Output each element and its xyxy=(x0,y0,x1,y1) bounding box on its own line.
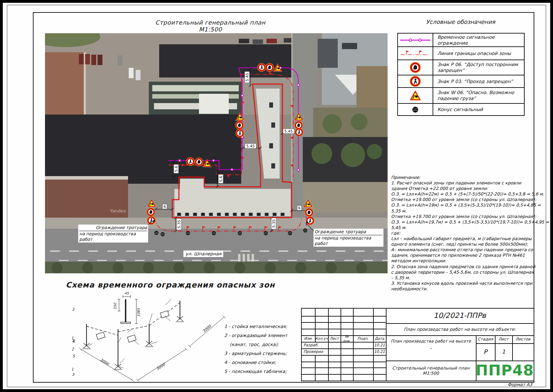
note-line: где: xyxy=(391,230,527,236)
note-line: О.З. = Lэл+А(h=22м) = 0,5 + (5+(7-5)/50*… xyxy=(391,191,527,197)
svg-text:5.35: 5.35 xyxy=(272,219,276,228)
fence-schema: Схема временного ограждения опасных зон … xyxy=(62,278,318,385)
svg-text:1065: 1065 xyxy=(137,308,140,317)
legend-row-label: Знак Р 06. “Доступ посторонним запрещен” xyxy=(433,60,524,75)
format-label: Формат А3 xyxy=(480,382,532,387)
schema-legend-line: (канат, трос, доска); xyxy=(224,340,311,349)
schema-legend-line: 4 - основание стойки; xyxy=(224,358,311,367)
schema-legend-line: 5 - поясняющая табличка; xyxy=(224,367,311,376)
title-block-cell: Стадия xyxy=(476,335,495,343)
title-block-cell: Р xyxy=(476,343,495,361)
fence-schema-title: Схема временного ограждения опасных зон xyxy=(66,281,275,289)
note-line: Lэл – наибольший габарит предмета, м (га… xyxy=(391,236,527,241)
legend-row: Знак Р 06. “Доступ посторонним запрещен” xyxy=(398,60,524,75)
svg-text:5: 5 xyxy=(73,354,75,358)
svg-text:2: 2 xyxy=(72,347,74,352)
title-block-cell: Изм. xyxy=(302,335,315,342)
title-block-cell: № док. xyxy=(341,335,353,342)
note-line: 3. Установка конусов вдоль проезжей част… xyxy=(391,281,527,286)
note-line: здания Отметка +22.000 от уровня земли: xyxy=(391,186,527,191)
title-block-cell: 10/2021-ППРв xyxy=(386,309,534,323)
note-line: А– минимальное расстояние отлета при пад… xyxy=(391,247,527,253)
legend-row-label: Временное сигнальное ограждение xyxy=(433,34,524,46)
note-line: здания, принимается по приложению 2 прик… xyxy=(391,253,527,258)
note-line: 1. Расчет опасной зоны при падении элеме… xyxy=(391,180,527,186)
title-block-cell: Кол.уч xyxy=(315,335,328,342)
svg-text:6: 6 xyxy=(298,206,301,210)
title-block-cell: 10.21 xyxy=(373,348,386,355)
legend-row: Знак Р 03. “Проход запрещен” xyxy=(398,75,524,88)
title-block: Изм.Кол.учЛист№ док.Подп.ДатаРазраб..10.… xyxy=(301,308,534,381)
note-line: О.З. = Lэл+А(h=19,7м) = 0,5 + (3,5+(5-3,… xyxy=(391,219,527,225)
magenta-fence-line-icon xyxy=(398,34,433,46)
schema-legend-line: 1 - стойка металлическая; xyxy=(224,322,311,331)
schema-legend-line: 3 - арматурный стержень; xyxy=(224,349,311,358)
svg-text:5.6: 5.6 xyxy=(219,176,223,182)
callout-line1: Ограждение тротуара xyxy=(315,229,382,235)
legend-row: Конус сигнальный xyxy=(398,104,524,115)
signal-cone-icon xyxy=(398,104,433,115)
sidewalk-fence-callout-left: Ограждение тротуара на период производст… xyxy=(78,225,148,243)
svg-text:5.45: 5.45 xyxy=(246,144,255,148)
callout-line2: на период производства работ xyxy=(315,235,382,246)
svg-text:5.45: 5.45 xyxy=(245,73,250,82)
note-line: методом интерполяции. xyxy=(391,258,527,264)
svg-text:3: 3 xyxy=(72,307,75,312)
legend-table: Временное сигнальное ограждениеЛиния гра… xyxy=(397,33,525,116)
sign-w06-icon xyxy=(398,88,433,103)
title-block-cell: 10.21 xyxy=(373,342,386,348)
title-block-cell: Подп. xyxy=(353,335,373,342)
note-line: с дворовой территории – 5,45-5,6м, со ст… xyxy=(391,270,527,275)
site-plan-map: 5.455.455.455.65.65.355.3566 Yandex Огра… xyxy=(45,33,388,273)
legend-title: Условные обозначения xyxy=(397,19,524,25)
svg-text:150: 150 xyxy=(113,302,117,310)
title-block-cell: План производства работ на высоте на объ… xyxy=(386,323,534,335)
svg-text:5.35: 5.35 xyxy=(177,220,181,229)
title-block-cell: Строительный генеральный план М1:500 xyxy=(386,361,476,381)
title-block-cell: Дата xyxy=(373,335,386,342)
title-block-cell: План производства работ на высоте xyxy=(386,337,476,345)
schema-legend-line: 2 - ограждающий элемент xyxy=(224,331,311,340)
svg-text:3: 3 xyxy=(72,338,75,343)
callout-line2: на период производства работ xyxy=(79,231,147,242)
note-line: 2. Опасная зона падения предметов со зда… xyxy=(391,264,527,270)
title-block-cell: Лист xyxy=(495,335,512,343)
fence-schema-drawing: 4515010653000300030001253251343 xyxy=(72,291,238,384)
sign-p06-icon xyxy=(398,60,433,75)
note-line: Отметка +19.000 от уровня земли (со стор… xyxy=(391,197,527,202)
note-line: Отметка +19.700 от уровня земли (со стор… xyxy=(391,214,527,219)
title-block-cell xyxy=(512,343,534,361)
svg-text:3: 3 xyxy=(72,372,75,377)
legend-row: Линия границы опасной зоны xyxy=(398,47,524,60)
title-block-cell: Листов xyxy=(512,335,534,343)
title-block-cell: – xyxy=(386,345,476,352)
fence-schema-legend: 1 - стойка металлическая;2 - ограждающий… xyxy=(224,322,311,376)
legend-row-label: Линия границы опасной зоны xyxy=(433,47,524,60)
legend-row-label: Конус сигнальный xyxy=(433,104,524,115)
sign-p03-icon xyxy=(398,75,433,87)
svg-text:1: 1 xyxy=(72,367,74,372)
note-line: необходимости. xyxy=(391,286,527,292)
street-name-label: ул. Шпалерная xyxy=(183,250,223,257)
note-line: – 5,35 м. xyxy=(391,275,527,281)
callout-line1: Ограждение тротуара xyxy=(79,225,147,231)
plan-title: Строительный генеральный план М1:500 xyxy=(148,19,273,33)
note-line: 5,35 м. xyxy=(391,208,527,214)
danger-zone-line-icon xyxy=(398,47,433,60)
legend-row-label: Знак Р 03. “Проход запрещен” xyxy=(433,75,524,87)
title-block-cell: . xyxy=(315,348,328,355)
note-line: Примечание: xyxy=(391,175,527,180)
svg-text:3000: 3000 xyxy=(155,362,166,371)
notes-block: Примечание:1. Расчет опасной зоны при па… xyxy=(391,175,527,292)
svg-text:6: 6 xyxy=(164,204,166,209)
svg-text:3000: 3000 xyxy=(202,324,212,334)
title-block-cell: . xyxy=(315,342,328,348)
svg-text:5.45: 5.45 xyxy=(284,129,293,134)
note-line: 5,45 м. xyxy=(391,225,527,230)
svg-text:3000: 3000 xyxy=(99,357,110,367)
svg-text:5.6: 5.6 xyxy=(174,166,179,172)
note-line: О.З. = Lэл+А(h=19м) = 0,5 + (3,5+(5-3,5)… xyxy=(391,202,527,208)
legend-row: Временное сигнальное ограждение xyxy=(398,34,524,47)
note-line: одного элемента (снег, лед) приняты не б… xyxy=(391,241,527,247)
drawing-sheet: Строительный генеральный план М1:500 5.4… xyxy=(3,3,550,389)
